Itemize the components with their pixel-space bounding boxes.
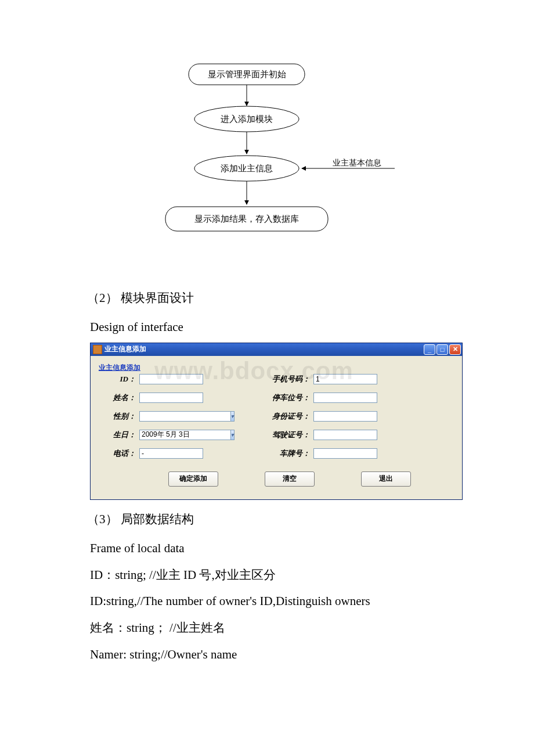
maximize-button[interactable]: □ [436,344,448,355]
combo-birthday[interactable]: ▾ [139,430,203,440]
chevron-down-icon[interactable]: ▾ [230,411,234,422]
chevron-down-icon[interactable]: ▾ [230,430,234,440]
flow-side-label: 业主基本信息 [333,159,381,167]
label-birthday: 生日： [99,430,139,440]
label-phone: 电话： [99,448,139,459]
confirm-add-button[interactable]: 确定添加 [168,471,218,487]
label-mobile: 手机号码： [267,374,313,384]
exit-button[interactable]: 退出 [361,471,411,487]
clear-button[interactable]: 清空 [265,471,315,487]
flow-node-start: 显示管理界面并初始 [208,70,286,79]
input-mobile[interactable] [313,374,377,384]
input-plate[interactable] [313,448,377,459]
label-name: 姓名： [99,393,139,403]
code-line-2: ID:string,//The number of owner's ID,Dis… [90,590,499,613]
label-plate: 车牌号： [267,448,313,459]
section-3-subheading: Frame of local data [90,537,499,560]
label-parking: 停车位号： [267,393,313,403]
code-line-3: 姓名：string； //业主姓名 [90,617,499,640]
flow-node-add: 添加业主信息 [221,164,273,173]
window-title: 业主信息添加 [104,344,424,354]
section-2-heading: （2） 模块界面设计 [87,287,499,310]
section-2-subheading: Design of interface [90,316,499,339]
label-gender: 性别： [99,411,139,422]
minimize-button[interactable]: _ [424,344,435,355]
app-window: 业主信息添加 _ □ ✕ www.bdocx.com 业主信息添加 ID： 手机… [90,343,463,500]
flowchart-svg: 显示管理界面并初始 进入添加模块 添加业主信息 业主基本信息 显示添加结果，存入… [122,58,412,250]
input-gender[interactable] [139,411,230,422]
app-icon [93,345,102,354]
flowchart-diagram: 显示管理界面并初始 进入添加模块 添加业主信息 业主基本信息 显示添加结果，存入… [122,58,412,252]
input-parking[interactable] [313,393,377,403]
input-license[interactable] [313,430,377,440]
combo-gender[interactable]: ▾ [139,411,203,422]
flow-node-result: 显示添加结果，存入数据库 [194,214,299,224]
section-3-heading: （3） 局部数据结构 [87,508,499,531]
window-titlebar: 业主信息添加 _ □ ✕ [91,343,462,356]
input-name[interactable] [139,393,203,403]
input-phone[interactable] [139,448,203,459]
label-license: 驾驶证号： [267,430,313,440]
input-idcard[interactable] [313,411,377,422]
code-line-1: ID：string; //业主 ID 号,对业主区分 [90,564,499,587]
input-birthday[interactable] [139,430,230,440]
label-id: ID： [99,374,139,384]
label-idcard: 身份证号： [267,411,313,422]
flow-node-enter: 进入添加模块 [221,114,273,124]
code-line-4: Namer: string;//Owner's name [90,643,499,667]
form-group-label: 业主信息添加 [99,363,454,373]
input-id[interactable] [139,374,203,384]
close-button[interactable]: ✕ [449,344,461,355]
